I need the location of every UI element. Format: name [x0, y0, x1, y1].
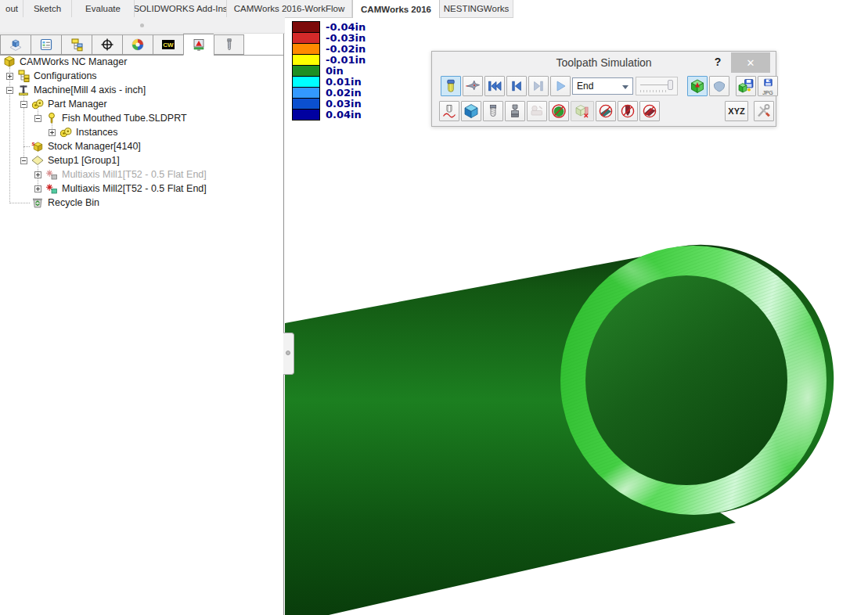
instances-icon [59, 126, 72, 138]
show-tool-button[interactable] [441, 76, 461, 96]
tree-item-multiaxis-mill1[interactable]: Multiaxis Mill1[T52 - 0.5 Flat End] [0, 167, 283, 182]
tool-shaded-display-button[interactable] [709, 76, 729, 96]
tree-item-instances[interactable]: Instances [0, 125, 283, 139]
panel-tab-bar [0, 33, 283, 56]
dialog-title-bar[interactable]: Toolpath Simulation ? ✕ [432, 52, 776, 74]
crossed-holder-icon [642, 103, 657, 119]
slider-handle[interactable] [668, 80, 673, 90]
recycle-bin-icon [31, 196, 44, 209]
skip-to-start-icon [487, 78, 502, 94]
tube-model[interactable] [285, 225, 851, 615]
legend-swatch [292, 98, 320, 110]
tree-item-nc-manager[interactable]: CAMWorks NC Manager [0, 55, 283, 69]
expand-plus-icon[interactable] [49, 129, 56, 136]
deviation-legend: -0.04in -0.03in -0.02in -0.01in 0in 0.01… [292, 21, 366, 120]
panel-splitter[interactable] [283, 333, 294, 375]
compare-target-part-button[interactable] [571, 101, 594, 121]
step-forward-button[interactable] [528, 76, 549, 96]
show-toolpath-button[interactable] [439, 101, 459, 121]
nc-manager-icon [3, 56, 16, 68]
turbo-mode-button[interactable] [463, 76, 483, 96]
run-mode-select[interactable]: End [572, 77, 633, 95]
tab-configuration-manager[interactable] [61, 34, 92, 55]
go-to-start-button[interactable] [484, 76, 505, 96]
dialog-title: Toolpath Simulation [432, 56, 776, 69]
tree-item-stock-manager[interactable]: Stock Manager[4140] [0, 139, 283, 153]
camworks-tool-icon [222, 38, 236, 52]
save-stock-button[interactable] [736, 76, 756, 96]
tab-camworks-tools[interactable] [214, 34, 244, 55]
tab-layout[interactable]: out [0, 0, 23, 17]
hide-tool-collision-button[interactable] [618, 101, 638, 121]
step-forward-icon [531, 78, 546, 94]
legend-swatch [292, 76, 320, 88]
display-manager-icon [131, 38, 145, 52]
save-stock-icon [738, 78, 754, 94]
tab-camworks[interactable] [153, 34, 183, 55]
stock-display-button[interactable] [687, 76, 708, 96]
tab-feature-manager[interactable] [0, 34, 31, 55]
legend-swatch [292, 43, 320, 55]
multiaxis-mill-icon [45, 182, 58, 195]
speed-slider[interactable] [636, 77, 678, 95]
simulation-toolbar-row1: End JPG [432, 76, 776, 96]
blue-cube-icon [463, 103, 479, 119]
play-button[interactable] [550, 76, 571, 96]
camworks-feature-tree: CAMWorks NC Manager Configurations Machi… [0, 55, 283, 615]
machine-icon [17, 84, 30, 96]
expand-plus-icon[interactable] [34, 185, 41, 192]
part-icon [45, 112, 58, 124]
simulation-options-button[interactable] [754, 101, 774, 121]
tree-item-recycle-bin[interactable]: Recycle Bin [0, 196, 283, 210]
part-manager-icon [31, 98, 44, 110]
holder-display-button[interactable] [505, 101, 525, 121]
tab-sketch[interactable]: Sketch [23, 0, 72, 17]
collapse-minus-icon[interactable] [34, 115, 41, 122]
xyz-coordinates-button[interactable]: XYZ [725, 101, 748, 121]
tree-guide [9, 203, 30, 204]
tool-display-button[interactable] [483, 101, 503, 121]
tab-property-manager[interactable] [31, 34, 61, 55]
stock-manager-icon [31, 140, 44, 153]
tab-evaluate[interactable]: Evaluate [72, 0, 135, 17]
tree-item-part-manager[interactable]: Part Manager [0, 97, 283, 111]
ribbon-collapsed-strip[interactable] [0, 17, 285, 34]
fixture-display-button[interactable] [527, 101, 547, 121]
collapse-minus-icon[interactable] [20, 157, 27, 164]
step-back-button[interactable] [506, 76, 527, 96]
collapse-minus-icon[interactable] [6, 87, 13, 94]
stock-wireframe-button[interactable] [461, 101, 481, 121]
camworks-operation-tree-icon [192, 38, 206, 52]
save-image-button[interactable]: JPG [758, 76, 778, 96]
property-manager-icon [39, 38, 53, 52]
hide-holder-collision-button[interactable] [639, 101, 660, 121]
tab-dimxpert[interactable] [92, 34, 122, 55]
tree-item-configurations[interactable]: Configurations [0, 69, 283, 83]
tab-camworks-operation-tree[interactable] [183, 34, 214, 56]
hide-target-sphere-button[interactable] [549, 101, 569, 121]
tab-camworks-2016-active[interactable]: CAMWorks 2016 [352, 0, 440, 18]
setup-icon [31, 154, 44, 167]
legend-swatch [292, 65, 320, 77]
tab-display-manager[interactable] [122, 34, 153, 55]
tab-solidworks-add-ins[interactable]: SOLIDWORKS Add-Ins [135, 0, 227, 17]
tree-item-multiaxis-mill2[interactable]: Multiaxis Mill2[T52 - 0.5 Flat End] [0, 182, 283, 196]
camworks-icon [161, 38, 175, 52]
crossed-sphere-icon [551, 103, 567, 119]
tree-item-setup1[interactable]: Setup1 [Group1] [0, 153, 283, 167]
collapse-minus-icon[interactable] [20, 101, 27, 108]
expand-plus-icon[interactable] [34, 171, 41, 178]
tree-item-machine[interactable]: Machine[Mill 4 axis - inch] [0, 83, 283, 97]
turbo-jet-icon [465, 78, 481, 94]
tree-item-part[interactable]: Fish Mouthed Tube.SLDPRT [0, 111, 283, 125]
close-button[interactable]: ✕ [731, 52, 770, 73]
app-window: out Sketch Evaluate SOLIDWORKS Add-Ins C… [0, 0, 868, 615]
expand-plus-icon[interactable] [6, 73, 13, 80]
tab-nestingworks[interactable]: NESTINGWorks [440, 0, 513, 17]
tab-camworks-workflow[interactable]: CAMWorks 2016-WorkFlow [227, 0, 352, 17]
hide-chuck-button[interactable] [596, 101, 616, 121]
help-button[interactable]: ? [711, 56, 724, 68]
tool-holder-icon [507, 103, 523, 119]
multiaxis-mill-icon [45, 168, 58, 181]
tool-outline-icon [485, 103, 501, 119]
